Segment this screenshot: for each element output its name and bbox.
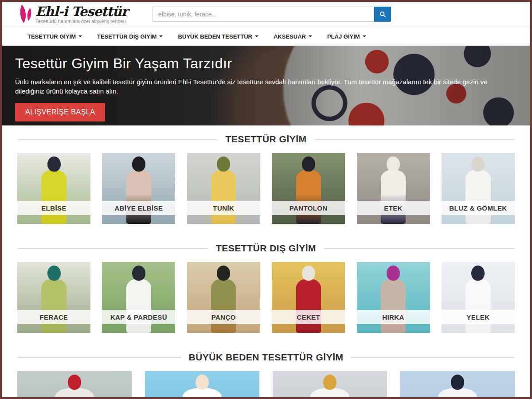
nav-item-plaj-gi-yi-m[interactable]: PLAJ GİYİM	[327, 33, 366, 40]
section-title: TESETTÜR DIŞ GİYİM	[216, 243, 316, 254]
category-card-yelek[interactable]: YELEK	[442, 262, 515, 333]
category-label: TUNİK	[187, 201, 260, 215]
category-photo	[145, 371, 259, 397]
header: Ehl-i Tesettür Tesettürlü hanımlara özel…	[2, 2, 530, 27]
category-card-abi-ye-elbi-se[interactable]: ABİYE ELBİSE	[102, 153, 175, 224]
category-card-elbi-se[interactable]: ELBİSE	[17, 153, 90, 224]
category-label: PANTOLON	[272, 201, 345, 215]
category-card-tuni-k[interactable]: TUNİK	[187, 153, 260, 224]
category-card-pan-o[interactable]: PANÇO	[187, 262, 260, 333]
nav-item-label: BÜYÜK BEDEN TESETTÜR	[178, 33, 252, 40]
category-card-item[interactable]	[17, 371, 132, 397]
section-tesett-r-di-gi-yi-m: TESETTÜR DIŞ GİYİM FERACE KAP & PARDESÜ …	[17, 242, 515, 344]
hero-description: Ünlü markaların en şık ve kaliteli teset…	[15, 77, 516, 96]
category-card-item[interactable]	[273, 371, 387, 397]
category-label: FERACE	[17, 310, 90, 324]
heading-divider-right	[352, 357, 515, 358]
section-heading: TESETTÜR GİYİM	[17, 133, 515, 145]
nav-item-aksesuar[interactable]: AKSESUAR	[274, 33, 312, 40]
nav-item-label: TESETTÜR GİYİM	[27, 33, 76, 40]
site-title: Ehl-i Tesettür	[35, 5, 128, 18]
chevron-down-icon	[255, 35, 258, 37]
heading-divider-right	[315, 139, 515, 140]
category-photo	[400, 371, 515, 397]
site-tagline: Tesettürlü hanımlara özel alışveriş rehb…	[35, 19, 128, 24]
category-label: PANÇO	[187, 310, 260, 324]
logo[interactable]: Ehl-i Tesettür Tesettürlü hanımlara özel…	[18, 4, 128, 24]
category-card-ceket[interactable]: CEKET	[272, 262, 345, 333]
heading-divider-left	[17, 357, 180, 358]
category-card-ferace[interactable]: FERACE	[17, 262, 90, 333]
category-card-row: ELBİSE ABİYE ELBİSE TUNİK PANTOLON ETEK …	[17, 153, 515, 224]
category-label: KAP & PARDESÜ	[102, 310, 175, 324]
search-bar	[153, 7, 391, 22]
chevron-down-icon	[363, 35, 366, 37]
section-b-y-k-beden-tesett-r-gi-yi-m: BÜYÜK BEDEN TESETTÜR GİYİM	[17, 351, 515, 397]
heading-divider-left	[17, 248, 208, 249]
nav-item-label: AKSESUAR	[274, 33, 306, 40]
category-card-kap-pardes[interactable]: KAP & PARDESÜ	[102, 262, 175, 333]
nav-item-tesett-r-di-gi-yi-m[interactable]: TESETTÜR DIŞ GİYİM	[97, 33, 163, 40]
chevron-down-icon	[309, 35, 312, 37]
category-photo	[273, 371, 387, 397]
category-label: YELEK	[442, 310, 515, 324]
section-heading: TESETTÜR DIŞ GİYİM	[17, 242, 515, 254]
nav-item-label: TESETTÜR DIŞ GİYİM	[97, 33, 156, 40]
category-label: ABİYE ELBİSE	[102, 201, 175, 215]
hero-banner: Tesettür Giyim Bir Yaşam Tarzıdır Ünlü m…	[2, 46, 530, 125]
main-content: TESETTÜR GİYİM ELBİSE ABİYE ELBİSE TUNİK…	[2, 133, 530, 397]
heading-divider-right	[324, 248, 515, 249]
page: Ehl-i Tesettür Tesettürlü hanımlara özel…	[2, 2, 530, 397]
category-card-item[interactable]	[145, 371, 259, 397]
category-card-row: FERACE KAP & PARDESÜ PANÇO CEKET HIRKA Y…	[17, 262, 515, 333]
category-label: HIRKA	[357, 310, 430, 324]
category-card-hirka[interactable]: HIRKA	[357, 262, 430, 333]
category-card-row	[17, 371, 515, 397]
start-shopping-button[interactable]: ALIŞVERİŞE BAŞLA	[15, 103, 105, 121]
category-photo	[17, 371, 132, 397]
category-label: BLUZ & GÖMLEK	[442, 201, 515, 215]
search-input[interactable]	[153, 7, 374, 22]
chevron-down-icon	[78, 35, 82, 37]
logo-drops-icon	[18, 4, 34, 24]
chevron-down-icon	[159, 35, 163, 37]
category-label: CEKET	[272, 310, 345, 324]
category-card-pantolon[interactable]: PANTOLON	[272, 153, 345, 224]
hero-title: Tesettür Giyim Bir Yaşam Tarzıdır	[15, 55, 517, 72]
category-card-bluz-g-mlek[interactable]: BLUZ & GÖMLEK	[442, 153, 515, 224]
category-card-etek[interactable]: ETEK	[357, 153, 430, 224]
section-heading: BÜYÜK BEDEN TESETTÜR GİYİM	[17, 351, 515, 364]
section-title: BÜYÜK BEDEN TESETTÜR GİYİM	[188, 352, 343, 363]
heading-divider-left	[17, 139, 217, 140]
section-tesett-r-gi-yi-m: TESETTÜR GİYİM ELBİSE ABİYE ELBİSE TUNİK…	[17, 133, 515, 235]
nav-item-label: PLAJ GİYİM	[327, 33, 360, 40]
main-nav: TESETTÜR GİYİM TESETTÜR DIŞ GİYİM BÜYÜK …	[2, 27, 530, 46]
category-label: ETEK	[357, 201, 430, 215]
search-icon	[379, 11, 386, 18]
section-title: TESETTÜR GİYİM	[225, 134, 306, 145]
category-label: ELBİSE	[17, 201, 90, 215]
nav-item-b-y-k-beden-tesett-r[interactable]: BÜYÜK BEDEN TESETTÜR	[178, 33, 258, 40]
category-card-item[interactable]	[400, 371, 515, 397]
search-button[interactable]	[374, 7, 391, 22]
nav-item-tesett-r-gi-yi-m[interactable]: TESETTÜR GİYİM	[27, 33, 82, 40]
